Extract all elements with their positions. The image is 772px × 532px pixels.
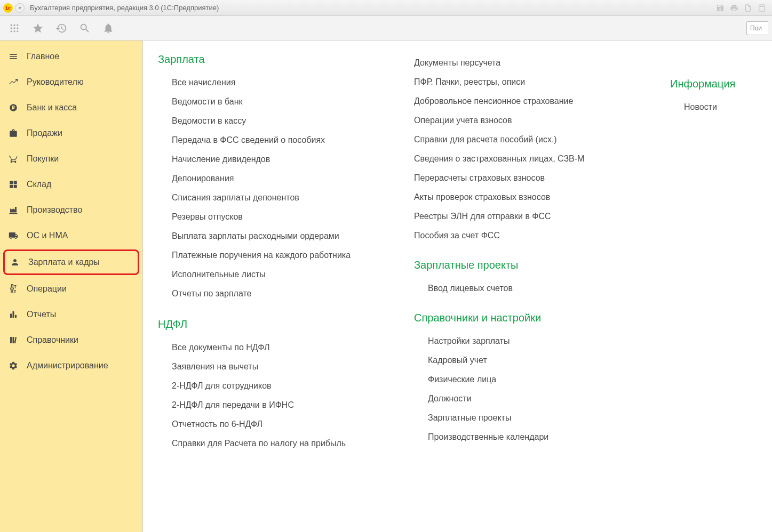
- nav-production[interactable]: Производство: [0, 197, 142, 223]
- dropdown-button[interactable]: ▾: [15, 3, 25, 13]
- factory-icon: [7, 205, 19, 215]
- nav-label: ОС и НМА: [27, 231, 68, 240]
- section-ndfl-title[interactable]: НДФЛ: [158, 318, 393, 331]
- nav-label: Справочники: [27, 335, 78, 345]
- svg-rect-13: [10, 181, 13, 184]
- svg-rect-15: [10, 185, 13, 188]
- link-item[interactable]: Все начисления: [158, 73, 393, 92]
- svg-rect-14: [14, 181, 17, 184]
- svg-point-7: [17, 27, 18, 29]
- nav-label: Администрирование: [27, 361, 108, 370]
- link-item[interactable]: Новости: [670, 98, 755, 117]
- document-icon[interactable]: [743, 3, 753, 13]
- print-icon[interactable]: [729, 3, 739, 13]
- column-3: Информация Новости: [670, 53, 755, 453]
- search-input[interactable]: Пои: [746, 21, 768, 35]
- link-item[interactable]: Отчетность по 6-НДФЛ: [158, 415, 393, 434]
- link-item[interactable]: Отчеты по зарплате: [158, 284, 393, 303]
- calculator-icon[interactable]: [757, 3, 767, 13]
- svg-point-8: [11, 30, 12, 32]
- section-information-title[interactable]: Информация: [670, 78, 755, 90]
- link-item[interactable]: Ведомости в кассу: [158, 111, 393, 131]
- app-logo-icon: 1c: [3, 3, 13, 13]
- link-item[interactable]: 2-НДФЛ для передачи в ИФНС: [158, 396, 393, 415]
- link-item[interactable]: Передача в ФСС сведений о пособиях: [158, 131, 393, 150]
- bell-icon[interactable]: [97, 17, 120, 39]
- link-item[interactable]: Ввод лицевых счетов: [414, 279, 649, 298]
- nav-sales[interactable]: Продажи: [0, 120, 142, 146]
- svg-point-3: [13, 24, 15, 26]
- nav-reports[interactable]: Отчеты: [0, 302, 142, 327]
- svg-point-6: [13, 27, 15, 29]
- toolbar: Пои: [0, 16, 772, 41]
- link-item[interactable]: Перерасчеты страховых взносов: [414, 168, 649, 188]
- star-icon[interactable]: [27, 17, 49, 39]
- nav-warehouse[interactable]: Склад: [0, 172, 142, 197]
- nav-admin[interactable]: Администрирование: [0, 353, 142, 378]
- nav-label: Отчеты: [27, 310, 56, 319]
- nav-label: Руководителю: [27, 77, 84, 87]
- barchart-icon: [7, 310, 19, 320]
- link-item[interactable]: Производственные календари: [414, 428, 649, 447]
- svg-point-2: [11, 24, 12, 26]
- link-item[interactable]: Должности: [414, 389, 649, 408]
- link-item[interactable]: Резервы отпусков: [158, 207, 393, 227]
- link-item[interactable]: Исполнительные листы: [158, 265, 393, 284]
- link-item[interactable]: Сведения о застрахованных лицах, СЗВ-М: [414, 149, 649, 168]
- link-item[interactable]: Документы персучета: [414, 53, 649, 72]
- link-item[interactable]: Кадровый учет: [414, 351, 649, 370]
- nav-manager[interactable]: Руководителю: [0, 69, 142, 95]
- svg-rect-19: [15, 315, 17, 318]
- link-item[interactable]: Справки для расчета пособий (исх.): [414, 130, 649, 149]
- history-icon[interactable]: [50, 17, 73, 39]
- link-item[interactable]: Списания зарплаты депонентов: [158, 188, 393, 207]
- svg-point-4: [17, 24, 18, 26]
- link-item[interactable]: Начисление дивидендов: [158, 150, 393, 169]
- nav-main[interactable]: Главное: [0, 44, 142, 69]
- search-placeholder: Пои: [750, 25, 762, 32]
- nav-operations[interactable]: ДтКт Операции: [0, 276, 142, 302]
- nav-bank[interactable]: ₽ Банк и касса: [0, 95, 142, 120]
- link-item[interactable]: Выплата зарплаты расходными ордерами: [158, 227, 393, 246]
- section-salary-projects-title[interactable]: Зарплатные проекты: [414, 259, 649, 271]
- save-icon[interactable]: [715, 3, 725, 13]
- link-item[interactable]: 2-НДФЛ для сотрудников: [158, 376, 393, 396]
- link-item[interactable]: Зарплатные проекты: [414, 408, 649, 428]
- menu-icon: [7, 52, 19, 62]
- nav-directories[interactable]: Справочники: [0, 327, 142, 353]
- link-item[interactable]: Платежные поручения на каждого работника: [158, 246, 393, 265]
- nav-assets[interactable]: ОС и НМА: [0, 223, 142, 248]
- link-item[interactable]: Акты проверок страховых взносов: [414, 188, 649, 207]
- link-item[interactable]: Справки для Расчета по налогу на прибыль: [158, 434, 393, 453]
- column-1: Зарплата Все начисления Ведомости в банк…: [158, 53, 393, 453]
- search-icon[interactable]: [74, 17, 96, 39]
- link-item[interactable]: Реестры ЭЛН для отправки в ФСС: [414, 207, 649, 226]
- apps-icon[interactable]: [3, 17, 26, 39]
- link-item[interactable]: Операции учета взносов: [414, 111, 649, 130]
- titlebar: 1c ▾ Бухгалтерия предприятия, редакция 3…: [0, 0, 772, 16]
- nav-purchases[interactable]: Покупки: [0, 146, 142, 172]
- link-item[interactable]: ПФР. Пачки, реестры, описи: [414, 72, 649, 92]
- link-item[interactable]: Физические лица: [414, 370, 649, 389]
- ruble-icon: ₽: [7, 103, 19, 113]
- nav-label: Главное: [27, 52, 59, 61]
- link-item[interactable]: Настройки зарплаты: [414, 332, 649, 351]
- nav-label: Зарплата и кадры: [28, 257, 100, 267]
- link-item[interactable]: Заявления на вычеты: [158, 357, 393, 376]
- link-item[interactable]: Добровольное пенсионное страхование: [414, 92, 649, 111]
- link-item[interactable]: Все документы по НДФЛ: [158, 338, 393, 357]
- books-icon: [7, 335, 19, 345]
- nav-label: Производство: [27, 205, 82, 215]
- link-item[interactable]: Ведомости в банк: [158, 92, 393, 111]
- link-item[interactable]: Пособия за счет ФСС: [414, 226, 649, 245]
- column-2: Документы персучета ПФР. Пачки, реестры,…: [414, 53, 649, 453]
- section-salary-title[interactable]: Зарплата: [158, 53, 393, 66]
- link-item[interactable]: Депонирования: [158, 169, 393, 188]
- nav-salary-hr[interactable]: Зарплата и кадры: [3, 249, 139, 275]
- svg-rect-18: [13, 311, 14, 318]
- svg-point-9: [13, 30, 15, 32]
- debit-credit-icon: ДтКт: [7, 284, 19, 294]
- section-directories-settings-title[interactable]: Справочники и настройки: [414, 312, 649, 324]
- nav-label: Склад: [27, 180, 51, 189]
- bag-icon: [7, 128, 19, 139]
